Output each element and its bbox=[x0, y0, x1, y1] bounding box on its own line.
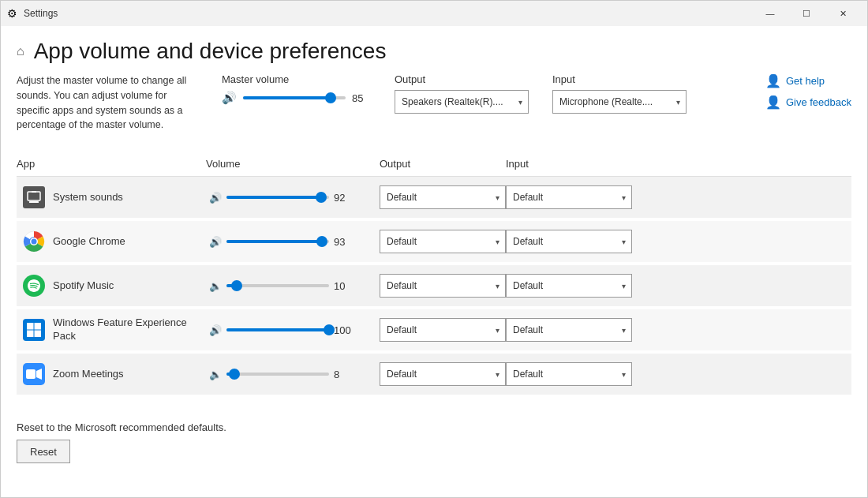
minimize-button[interactable]: — bbox=[752, 1, 788, 26]
volume-icon: 🔈 bbox=[209, 280, 222, 292]
svg-rect-13 bbox=[35, 331, 42, 338]
output-dropdown-cell: Default ▾ bbox=[380, 318, 506, 342]
settings-window: ⚙ Settings — ☐ ✕ ⌂ App volume and device… bbox=[0, 0, 868, 498]
volume-cell: 🔊 92 bbox=[206, 189, 380, 205]
app-name: Spotify Music bbox=[53, 279, 114, 293]
row-input-wrapper: Default ▾ bbox=[506, 185, 632, 209]
output-section: Output Speakers (Realtek(R).... ▾ bbox=[395, 73, 529, 114]
app-name-cell: Windows Feature Experience Pack bbox=[17, 316, 206, 343]
app-volume-slider[interactable] bbox=[226, 366, 329, 382]
output-dropdown[interactable]: Speakers (Realtek(R).... bbox=[395, 90, 529, 114]
app-rows-container: System sounds 🔊 92 Default ▾ bbox=[17, 177, 851, 395]
volume-icon: 🔊 bbox=[209, 192, 222, 204]
volume-cell: 🔈 8 bbox=[206, 366, 380, 382]
help-area: 👤 Get help 👤 Give feedback bbox=[765, 73, 851, 110]
table-header: App Volume Output Input bbox=[17, 152, 851, 177]
home-icon[interactable]: ⌂ bbox=[17, 44, 24, 58]
master-description: Adjust the master volume to change all s… bbox=[17, 73, 198, 133]
row-output-dropdown[interactable]: Default bbox=[380, 230, 506, 253]
svg-rect-10 bbox=[27, 323, 34, 330]
volume-value: 8 bbox=[334, 369, 353, 380]
input-dropdown[interactable]: Microphone (Realte.... bbox=[552, 90, 687, 114]
title-bar: ⚙ Settings — ☐ ✕ bbox=[1, 1, 867, 26]
app-volume-slider[interactable] bbox=[226, 322, 329, 338]
col-volume: Volume bbox=[206, 155, 380, 173]
input-dropdown-cell: Default ▾ bbox=[506, 274, 632, 298]
get-help-text: Get help bbox=[786, 75, 825, 87]
input-dropdown-cell: Default ▾ bbox=[506, 362, 632, 386]
window-title: Settings bbox=[24, 8, 58, 19]
volume-icon: 🔈 bbox=[209, 369, 222, 380]
master-volume-label: Master volume bbox=[222, 73, 371, 85]
table-row: Zoom Meetings 🔈 8 Default ▾ bbox=[17, 354, 851, 395]
master-volume-row: 🔊 85 bbox=[222, 90, 371, 106]
app-name: Zoom Meetings bbox=[53, 368, 124, 381]
output-dropdown-cell: Default ▾ bbox=[380, 362, 506, 386]
reset-button[interactable]: Reset bbox=[17, 440, 70, 463]
content-area: ⌂ App volume and device preferences Adju… bbox=[1, 26, 867, 497]
app-table: App Volume Output Input System sounds 🔊 bbox=[17, 152, 851, 398]
app-name-cell: System sounds bbox=[17, 186, 206, 208]
give-feedback-link[interactable]: 👤 Give feedback bbox=[765, 95, 851, 110]
get-help-link[interactable]: 👤 Get help bbox=[765, 73, 851, 88]
master-volume-slider[interactable] bbox=[243, 90, 346, 106]
app-volume-slider[interactable] bbox=[226, 234, 329, 249]
volume-value: 100 bbox=[334, 324, 353, 336]
table-row: Google Chrome 🔊 93 Default ▾ bbox=[17, 221, 851, 262]
maximize-button[interactable]: ☐ bbox=[788, 1, 825, 26]
close-button[interactable]: ✕ bbox=[825, 1, 861, 26]
row-input-dropdown[interactable]: Default bbox=[506, 318, 632, 342]
feedback-icon: 👤 bbox=[765, 95, 781, 110]
volume-icon: 🔊 bbox=[209, 236, 222, 248]
col-input: Input bbox=[506, 155, 632, 173]
top-controls: Adjust the master volume to change all s… bbox=[17, 73, 851, 133]
row-output-dropdown[interactable]: Default bbox=[380, 318, 506, 342]
row-input-wrapper: Default ▾ bbox=[506, 274, 632, 298]
title-bar-left: ⚙ Settings bbox=[7, 7, 58, 20]
output-dropdown-cell: Default ▾ bbox=[380, 274, 506, 298]
row-output-wrapper: Default ▾ bbox=[380, 362, 506, 386]
master-volume-area: Master volume 🔊 85 bbox=[222, 73, 371, 106]
svg-rect-1 bbox=[32, 191, 36, 193]
svg-point-8 bbox=[32, 239, 37, 245]
output-dropdown-cell: Default ▾ bbox=[380, 185, 506, 209]
volume-cell: 🔊 93 bbox=[206, 234, 380, 249]
row-output-wrapper: Default ▾ bbox=[380, 185, 506, 209]
reset-description: Reset to the Microsoft recommended defau… bbox=[17, 421, 851, 433]
svg-rect-2 bbox=[29, 201, 39, 203]
row-input-wrapper: Default ▾ bbox=[506, 318, 632, 342]
row-output-dropdown[interactable]: Default bbox=[380, 185, 506, 209]
page-header: ⌂ App volume and device preferences bbox=[17, 26, 851, 70]
input-dropdown-cell: Default ▾ bbox=[506, 185, 632, 209]
row-input-dropdown[interactable]: Default bbox=[506, 274, 632, 298]
input-label: Input bbox=[552, 73, 687, 85]
app-volume-slider[interactable] bbox=[226, 189, 329, 205]
master-volume-icon: 🔊 bbox=[222, 91, 237, 105]
app-name: System sounds bbox=[53, 191, 123, 204]
page-title: App volume and device preferences bbox=[34, 39, 387, 64]
app-name-cell: Spotify Music bbox=[17, 275, 206, 297]
output-label: Output bbox=[395, 73, 529, 85]
row-output-dropdown[interactable]: Default bbox=[380, 274, 506, 298]
volume-cell: 🔊 100 bbox=[206, 322, 380, 338]
row-input-dropdown[interactable]: Default bbox=[506, 230, 632, 253]
app-volume-slider[interactable] bbox=[226, 278, 329, 294]
col-output: Output bbox=[380, 155, 506, 173]
volume-value: 93 bbox=[334, 236, 353, 248]
row-input-wrapper: Default ▾ bbox=[506, 362, 632, 386]
input-dropdown-cell: Default ▾ bbox=[506, 318, 632, 342]
table-row: System sounds 🔊 92 Default ▾ bbox=[17, 177, 851, 218]
app-name-cell: Google Chrome bbox=[17, 230, 206, 253]
svg-rect-12 bbox=[27, 331, 34, 338]
output-dropdown-wrapper: Speakers (Realtek(R).... ▾ bbox=[395, 90, 529, 114]
table-row: Spotify Music 🔈 10 Default ▾ bbox=[17, 265, 851, 306]
master-volume-value: 85 bbox=[352, 92, 371, 104]
footer: Reset to the Microsoft recommended defau… bbox=[17, 414, 851, 463]
row-output-dropdown[interactable]: Default bbox=[380, 362, 506, 386]
row-input-dropdown[interactable]: Default bbox=[506, 185, 632, 209]
app-name-cell: Zoom Meetings bbox=[17, 363, 206, 385]
row-input-dropdown[interactable]: Default bbox=[506, 362, 632, 386]
table-row: Windows Feature Experience Pack 🔊 100 De… bbox=[17, 309, 851, 350]
volume-cell: 🔈 10 bbox=[206, 278, 380, 294]
row-input-wrapper: Default ▾ bbox=[506, 230, 632, 253]
